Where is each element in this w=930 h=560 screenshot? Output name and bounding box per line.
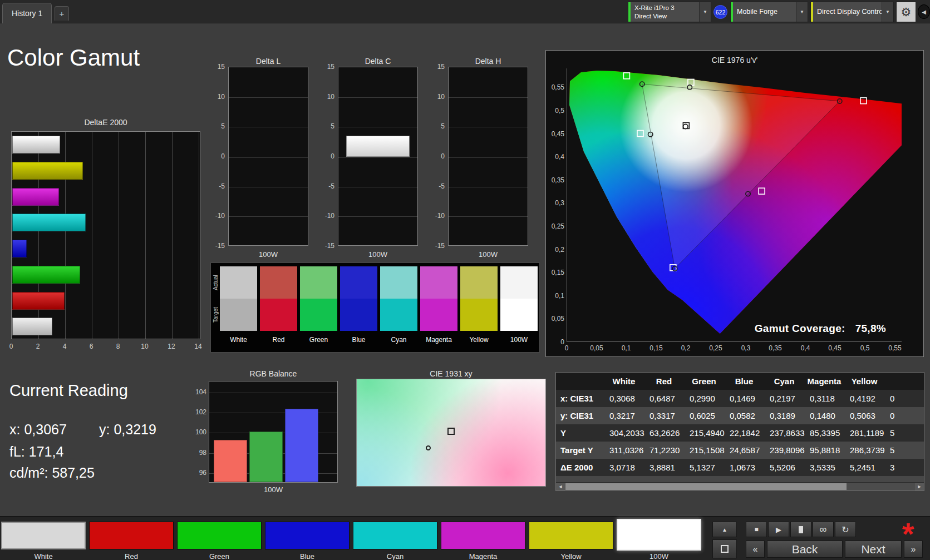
- pause-button[interactable]: [790, 522, 811, 537]
- table-cell: 0,3217: [604, 411, 644, 420]
- delta-h-ytick: -10: [426, 212, 445, 220]
- collapse-panel-button[interactable]: ◀: [918, 4, 930, 19]
- next-button[interactable]: Next: [845, 541, 902, 558]
- swatch-label: Blue: [338, 336, 379, 344]
- cie-ytick: 0,4: [546, 153, 564, 161]
- continuous-mode-button[interactable]: ∞: [813, 522, 834, 537]
- swatch-row-label: Actual: [211, 266, 219, 299]
- cie-ytick: 0,05: [546, 315, 564, 323]
- history-tab-label: History 1: [12, 9, 42, 18]
- delta-l-ytick: -15: [206, 242, 225, 250]
- pattern-window-button[interactable]: [712, 539, 737, 558]
- history-tab[interactable]: History 1: [2, 3, 52, 23]
- patch-100w[interactable]: [617, 519, 701, 551]
- patch-label-yellow: Yellow: [529, 552, 613, 560]
- play-button[interactable]: ▶: [768, 522, 789, 537]
- scroll-right-icon[interactable]: ►: [915, 483, 924, 490]
- table-row-label: Y: [556, 428, 604, 438]
- table-cell: 286,3739: [844, 445, 884, 455]
- source-dropdown[interactable]: Mobile Forge ▼: [730, 2, 808, 22]
- stop-button[interactable]: ■: [746, 522, 767, 537]
- delta-h-gridline: [449, 97, 528, 98]
- cie1931-measured-marker: [426, 445, 431, 450]
- delta-l-ytick: 15: [206, 63, 225, 71]
- delta-c-gridline: [338, 157, 417, 157]
- patch-cyan[interactable]: [353, 522, 437, 549]
- delta-l-gridline: [229, 97, 308, 98]
- cie1931-plot: [356, 379, 546, 487]
- meter-dropdown[interactable]: X-Rite i1Pro 3 Direct View ▼: [628, 2, 711, 22]
- rgb-ytick: 100: [189, 428, 206, 436]
- delta-c-ytick: 5: [316, 122, 334, 130]
- last-page-button[interactable]: »: [904, 541, 923, 558]
- scroll-left-icon[interactable]: ◄: [556, 483, 565, 490]
- chevron-down-icon: ▼: [882, 2, 893, 22]
- table-header-cell: Cyan: [764, 376, 804, 386]
- table-cell: 304,2033: [604, 428, 644, 438]
- cie-xtick: 0,35: [764, 344, 786, 352]
- back-button[interactable]: Back: [767, 541, 843, 558]
- patch-label-white: White: [1, 552, 86, 560]
- square-icon: [721, 545, 729, 553]
- patch-yellow[interactable]: [529, 522, 613, 549]
- first-page-button[interactable]: «: [746, 541, 765, 558]
- delta-l-ytick: -5: [206, 182, 225, 190]
- patch-green[interactable]: [177, 522, 262, 549]
- patch-red[interactable]: [89, 522, 174, 549]
- deltae-bar-yellow: [12, 162, 83, 180]
- delta-c-ytick: 0: [316, 152, 334, 160]
- patch-label-cyan: Cyan: [353, 552, 437, 560]
- delta-c-ytick: 10: [316, 93, 334, 101]
- patch-magenta[interactable]: [441, 522, 525, 549]
- table-cell: 0: [884, 394, 924, 403]
- table-row-label: Target Y: [556, 445, 604, 455]
- display-control-dropdown[interactable]: Direct Display Control ▼: [810, 2, 894, 22]
- cie1976-panel: CIE 1976 u'v': [545, 50, 924, 357]
- delta-l-ytick: 5: [206, 122, 225, 130]
- add-tab-button[interactable]: +: [55, 6, 69, 21]
- cie-xtick: 0,45: [824, 344, 846, 352]
- alert-asterisk-icon: *: [893, 516, 924, 543]
- page-title: Color Gamut: [7, 44, 140, 71]
- delta-h-ytick: 10: [426, 93, 445, 101]
- deltae-bar-white: [12, 136, 60, 153]
- deltae-axis: 02468101214: [11, 343, 206, 351]
- table-scrollbar[interactable]: ◄ ►: [556, 482, 924, 490]
- deltae-gridline: [145, 132, 146, 339]
- table-cell: 71,2230: [644, 445, 684, 455]
- table-cell: 85,3395: [804, 428, 844, 438]
- delta-l-gridline: [229, 127, 308, 127]
- swatch-row-label: Target: [211, 299, 219, 331]
- table-cell: 0,6487: [644, 394, 684, 403]
- table-row-label: y: CIE31: [556, 411, 604, 420]
- cie-xtick: 0,25: [705, 344, 727, 352]
- table-cell: 311,0326: [604, 445, 644, 455]
- repeat-button[interactable]: ↻: [835, 522, 856, 537]
- scroll-thumb[interactable]: [565, 483, 847, 490]
- swatch-target-cyan: [380, 299, 417, 331]
- patch-white[interactable]: [1, 522, 86, 549]
- cie-ytick: 0,1: [546, 292, 564, 300]
- pattern-up-button[interactable]: ▲: [712, 522, 737, 537]
- delta-h-title: Delta H: [448, 57, 528, 66]
- delta-h-ytick: -5: [426, 182, 445, 190]
- table-row-label: ΔE 2000: [556, 463, 604, 472]
- stop-icon: ■: [754, 526, 758, 533]
- reading-x: x: 0,3067: [9, 422, 67, 438]
- deltae-gridline: [199, 132, 199, 339]
- rgb-balance-chart: RGB Balance 100W 1041021009896: [189, 369, 345, 497]
- cie1976-plot: Gamut Coverage:75,8%: [567, 68, 902, 342]
- meter-name: X-Rite i1Pro 3: [634, 4, 695, 12]
- delta-l-ytick: 0: [206, 152, 225, 160]
- cie-xtick: 0: [555, 344, 578, 352]
- table-cell: 95,8818: [804, 445, 844, 455]
- table-cell: 5: [884, 445, 924, 455]
- cie-ytick: 0,25: [546, 222, 564, 230]
- table-cell: 5,1327: [684, 463, 724, 472]
- settings-gear-button[interactable]: ⚙: [896, 2, 916, 22]
- delta-h-gridline: [449, 157, 528, 157]
- deltae-axis-label: 14: [193, 343, 204, 350]
- patch-blue[interactable]: [265, 522, 350, 549]
- gamut-coverage: Gamut Coverage:75,8%: [755, 323, 886, 335]
- deltae-axis-label: 8: [112, 343, 124, 350]
